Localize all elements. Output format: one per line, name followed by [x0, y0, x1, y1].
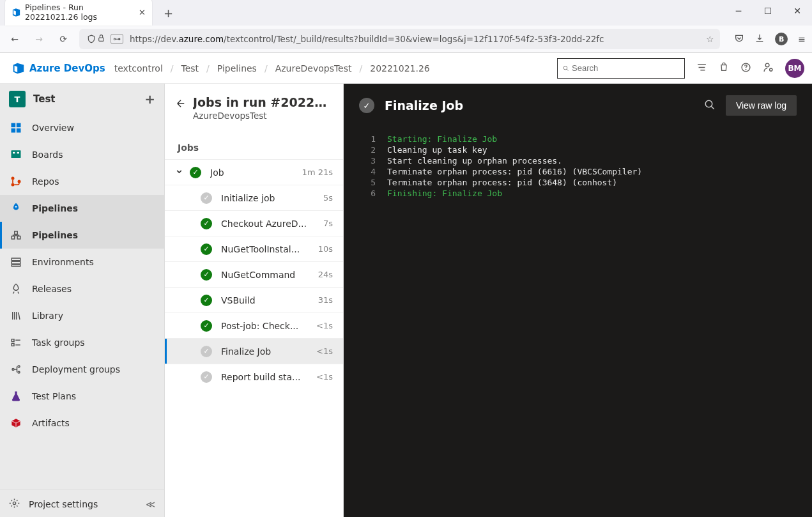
sidebar-item-boards[interactable]: Boards [0, 141, 164, 168]
step-duration: <1s [316, 346, 333, 356]
view-raw-log-button[interactable]: View raw log [726, 95, 797, 116]
sidebar-item-artifacts[interactable]: Artifacts [0, 410, 164, 436]
sidebar-item-library[interactable]: Library [0, 302, 164, 329]
svg-point-4 [765, 63, 769, 67]
status-neutral-icon: ✓ [201, 371, 212, 383]
collapse-icon[interactable]: ≪ [146, 499, 155, 509]
back-button[interactable] [175, 98, 187, 111]
avatar[interactable]: BM [785, 59, 804, 78]
window-max-icon[interactable]: ☐ [753, 0, 783, 22]
sidebar-item-overview[interactable]: Overview [0, 114, 164, 141]
hamburger-icon[interactable]: ≡ [798, 34, 806, 44]
svg-rect-17 [11, 236, 15, 240]
sidebar-item-test-plans[interactable]: Test Plans [0, 383, 164, 410]
search-icon [563, 64, 569, 73]
browser-tab[interactable]: Pipelines - Run 20221021.26 logs ✕ [5, 0, 152, 26]
window-close-icon[interactable]: ✕ [783, 0, 812, 22]
breadcrumb-item[interactable]: Pipelines [217, 63, 257, 73]
shield-icon [86, 31, 97, 47]
bookmark-star-icon[interactable]: ☆ [706, 34, 714, 44]
sidebar-item-label: Artifacts [32, 418, 70, 428]
step-row[interactable]: ✓NuGetCommand24s [165, 261, 343, 287]
svg-rect-9 [17, 128, 21, 133]
gear-icon [9, 498, 20, 511]
breadcrumb-item[interactable]: Test [181, 63, 199, 73]
tasks-icon [9, 336, 23, 350]
step-duration: 24s [318, 270, 333, 279]
step-row[interactable]: ✓Finalize Job<1s [165, 338, 343, 364]
step-row[interactable]: ✓NuGetToolInstal...10s [165, 236, 343, 261]
step-row[interactable]: ✓Checkout AzureD...7s [165, 210, 343, 236]
tab-favicon-icon [11, 8, 21, 17]
account-icon[interactable]: B [775, 33, 788, 45]
chevron-down-icon[interactable] [175, 167, 183, 178]
steps-list: ✓Initialize job5s✓Checkout AzureD...7s✓N… [165, 185, 343, 389]
sidebar-item-label: Test Plans [32, 391, 76, 401]
jobs-title: Jobs in run #20221... [193, 95, 333, 109]
sidebar-item-label: Pipelines [32, 230, 78, 240]
step-duration: <1s [316, 372, 333, 382]
url-bar[interactable]: ⊶ https://dev.azure.com/textcontrol/Test… [79, 29, 720, 49]
product-logo[interactable]: Azure DevOps [11, 61, 105, 75]
permissions-icon[interactable]: ⊶ [111, 34, 123, 44]
svg-rect-8 [11, 128, 16, 133]
log-panel: ✓ Finalize Job View raw log 1Starting: F… [344, 84, 812, 517]
sidebar-item-pipelines[interactable]: Pipelines [0, 195, 164, 222]
pkg-icon [9, 416, 23, 430]
pocket-icon[interactable] [734, 33, 744, 45]
breadcrumb-item[interactable]: 20221021.26 [370, 63, 430, 73]
step-duration: <1s [316, 321, 333, 330]
sidebar-item-repos[interactable]: Repos [0, 168, 164, 195]
sidebar-item-label: Releases [32, 284, 72, 294]
step-name: Checkout AzureD... [221, 219, 317, 229]
product-name: Azure DevOps [29, 63, 105, 74]
status-neutral-icon: ✓ [201, 346, 212, 357]
nav-back-button[interactable]: ← [6, 31, 23, 47]
status-success-icon: ✓ [190, 167, 201, 178]
sidebar-item-environments[interactable]: Environments [0, 249, 164, 275]
project-plus-icon[interactable]: + [144, 91, 155, 107]
job-row[interactable]: ✓ Job 1m 21s [165, 159, 343, 185]
breadcrumb-item[interactable]: AzureDevopsTest [275, 63, 352, 73]
user-settings-icon[interactable] [763, 62, 774, 75]
step-name: Initialize job [221, 193, 317, 203]
svg-rect-11 [13, 152, 15, 154]
nav-reload-button[interactable]: ⟳ [55, 31, 72, 47]
flask-icon [9, 389, 23, 403]
tab-close-icon[interactable]: ✕ [139, 8, 146, 17]
breadcrumb-item[interactable]: textcontrol [114, 63, 163, 73]
step-name: NuGetCommand [221, 270, 312, 280]
sidebar-item-label: Deployment groups [32, 364, 120, 374]
step-duration: 5s [323, 193, 333, 203]
step-row[interactable]: ✓Initialize job5s [165, 185, 343, 210]
new-tab-button[interactable]: + [158, 4, 178, 22]
sidebar-item-task-groups[interactable]: Task groups [0, 329, 164, 356]
bag-icon[interactable] [719, 62, 729, 74]
window-min-icon[interactable]: ─ [724, 0, 753, 22]
project-settings[interactable]: Project settings ≪ [0, 490, 164, 517]
step-row[interactable]: ✓Post-job: Check...<1s [165, 313, 343, 338]
step-row[interactable]: ✓Report build sta...<1s [165, 364, 343, 389]
log-line: 2Cleaning up task key [344, 144, 812, 155]
log-body[interactable]: 1Starting: Finalize Job2Cleaning up task… [344, 127, 812, 205]
help-icon[interactable] [740, 62, 751, 75]
search-input[interactable] [572, 63, 679, 73]
rocket-icon [9, 201, 23, 215]
filter-icon[interactable] [696, 62, 707, 75]
step-name: Report build sta... [221, 372, 310, 382]
log-search-icon[interactable] [704, 99, 716, 112]
step-row[interactable]: ✓VSBuild31s [165, 287, 343, 313]
svg-point-5 [770, 68, 772, 70]
download-icon[interactable] [755, 33, 765, 45]
browser-chrome: ─ ☐ ✕ Pipelines - Run 20221021.26 logs ✕… [0, 0, 812, 53]
global-search[interactable] [557, 58, 685, 79]
svg-rect-7 [17, 123, 21, 128]
repo-icon [9, 174, 23, 189]
nav-fwd-button[interactable]: → [31, 31, 47, 47]
sidebar-item-pipelines[interactable]: Pipelines [0, 222, 164, 249]
sidebar-item-releases[interactable]: Releases [0, 275, 164, 302]
deploy-icon [9, 362, 23, 376]
sidebar-item-deployment-groups[interactable]: Deployment groups [0, 356, 164, 383]
svg-point-28 [13, 502, 15, 504]
project-row[interactable]: T Test + [0, 84, 164, 114]
